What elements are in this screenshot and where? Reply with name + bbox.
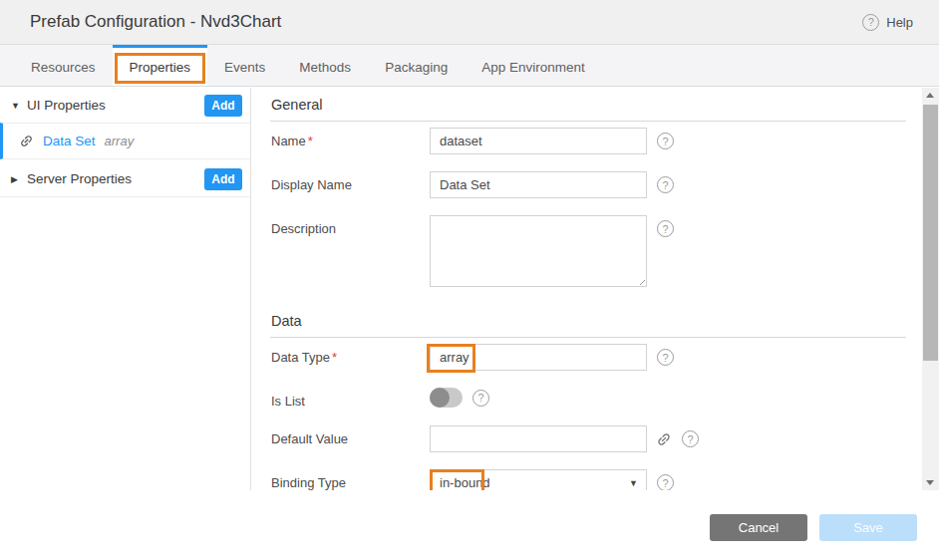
sidebar-item-type: array [105, 134, 135, 148]
sidebar-item-dataset[interactable]: Data Set array [0, 123, 250, 159]
required-marker: * [332, 350, 337, 365]
field-label-name: Name* [270, 128, 430, 148]
vertical-scrollbar[interactable] [922, 88, 939, 490]
help-icon[interactable]: ? [657, 220, 674, 237]
help-icon[interactable]: ? [682, 430, 699, 447]
required-marker: * [308, 134, 313, 148]
chevron-right-icon: ▶ [11, 174, 27, 184]
help-icon[interactable]: ? [657, 133, 674, 149]
data-type-input[interactable] [430, 344, 647, 371]
sidebar-item-label: Data Set [43, 134, 96, 148]
help-icon[interactable]: ? [657, 349, 674, 366]
page-title: Prefab Configuration - Nvd3Chart [30, 12, 862, 32]
save-button[interactable]: Save [819, 514, 917, 541]
add-server-property-button[interactable]: Add [204, 168, 242, 190]
tab-methods[interactable]: Methods [282, 45, 368, 86]
field-row-display-name: Display Name ? [270, 171, 906, 198]
tab-bar: Resources Properties Events Methods Pack… [0, 45, 939, 87]
field-label-data-type: Data Type* [270, 344, 430, 365]
field-row-name: Name* ? [270, 128, 906, 154]
name-input[interactable] [430, 128, 647, 154]
add-ui-property-button[interactable]: Add [204, 95, 242, 117]
field-row-binding-type: Binding Type in-bound ▼ ? [270, 469, 906, 490]
properties-sidebar: ▼ UI Properties Add Data Set array ▶ Ser… [0, 88, 251, 490]
binding-type-select[interactable]: in-bound ▼ [430, 469, 647, 490]
dialog-footer: Cancel Save [0, 490, 939, 560]
bind-property-icon[interactable] [656, 431, 672, 447]
default-value-input[interactable] [430, 425, 647, 452]
help-circle-icon: ? [862, 14, 879, 31]
toggle-knob [430, 388, 450, 408]
field-label-is-list: Is List [270, 388, 430, 409]
tab-resources[interactable]: Resources [14, 45, 113, 86]
help-icon[interactable]: ? [472, 390, 489, 407]
prefab-configuration-dialog: Prefab Configuration - Nvd3Chart ? Help … [0, 0, 939, 560]
help-button[interactable]: ? Help [862, 14, 913, 31]
is-list-toggle[interactable] [430, 388, 463, 408]
field-label-description: Description [270, 215, 430, 236]
field-label-default-value: Default Value [270, 425, 430, 446]
tab-app-environment[interactable]: App Environment [465, 45, 602, 86]
field-row-description: Description ? [270, 215, 906, 287]
property-form: General Name* ? Display Name ? Descripti [252, 88, 922, 490]
field-label-binding-type: Binding Type [270, 469, 430, 490]
titlebar: Prefab Configuration - Nvd3Chart ? Help [0, 0, 939, 45]
help-icon[interactable]: ? [657, 474, 674, 490]
scroll-up-arrow-icon[interactable] [922, 88, 939, 104]
dropdown-arrow-icon: ▼ [629, 478, 638, 488]
chevron-down-icon: ▼ [11, 101, 27, 111]
help-icon[interactable]: ? [657, 176, 674, 193]
field-row-data-type: Data Type* ? [270, 344, 906, 371]
field-label-display-name: Display Name [270, 171, 430, 192]
sidebar-group-ui-properties[interactable]: ▼ UI Properties Add [0, 88, 250, 123]
field-row-default-value: Default Value ? [270, 425, 906, 452]
scrollbar-thumb[interactable] [923, 105, 938, 361]
field-row-is-list: Is List ? [270, 388, 906, 409]
tab-content: ▼ UI Properties Add Data Set array ▶ Ser… [0, 88, 939, 490]
tab-packaging[interactable]: Packaging [368, 45, 465, 86]
scroll-down-arrow-icon[interactable] [922, 474, 939, 490]
description-textarea[interactable] [430, 215, 647, 287]
help-label: Help [886, 15, 913, 30]
bind-link-icon [19, 134, 34, 148]
tab-properties[interactable]: Properties [113, 45, 208, 86]
section-title-data: Data [270, 304, 906, 338]
sidebar-group-server-properties[interactable]: ▶ Server Properties Add [0, 161, 250, 197]
display-name-input[interactable] [430, 171, 647, 198]
cancel-button[interactable]: Cancel [710, 514, 807, 541]
section-title-general: General [270, 88, 906, 122]
tab-events[interactable]: Events [207, 45, 282, 86]
